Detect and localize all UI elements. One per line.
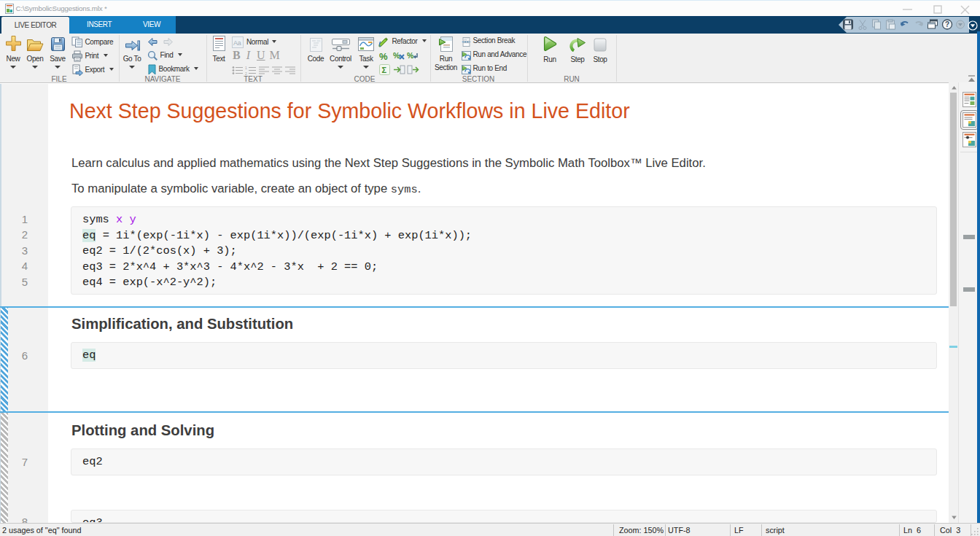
svg-text:%: % — [379, 51, 388, 62]
svg-text:?: ? — [945, 20, 949, 28]
svg-text:Σ: Σ — [382, 66, 387, 74]
svg-text:1: 1 — [245, 66, 247, 70]
svg-text:Aa: Aa — [233, 39, 241, 47]
svg-text:%: % — [407, 51, 414, 60]
svg-text:2: 2 — [245, 71, 247, 76]
